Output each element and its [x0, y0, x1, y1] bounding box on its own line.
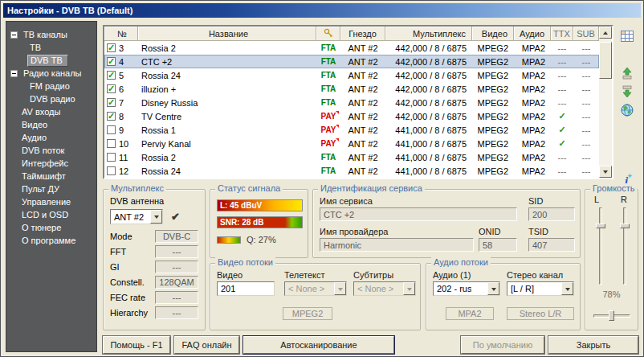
col-header-access[interactable]: [316, 27, 340, 41]
volume-right-slider[interactable]: [623, 207, 626, 285]
sidebar-item[interactable]: Интерфейс: [6, 157, 96, 170]
sidebar-item[interactable]: DVB поток: [6, 144, 96, 157]
balance-thumb[interactable]: [609, 310, 614, 321]
col-header-mux[interactable]: Мультиплекс: [385, 27, 472, 41]
audio-pid-select[interactable]: 202 - rus: [433, 281, 500, 296]
move-channel-up-icon[interactable]: [618, 65, 636, 81]
tree-expander-icon[interactable]: [10, 31, 18, 39]
table-row[interactable]: 11Rossia 2FTAANT #2441,000 / 8 / 6875MPE…: [104, 150, 599, 164]
sidebar-item[interactable]: DVB радио: [6, 92, 96, 105]
col-header-audio[interactable]: Аудио: [514, 27, 551, 41]
channel-enabled-checkbox[interactable]: [107, 166, 116, 175]
titlebar: Настройки - DVB ТВ (Default): [3, 3, 641, 18]
audio-streams-group: Аудио потоки Аудио (1) Стерео канал 202 …: [426, 263, 581, 330]
audio-codec-cell: MPA2: [514, 55, 551, 68]
help-button[interactable]: Помощь - F1: [103, 336, 170, 354]
channel-table: № Название Гнездо Мультиплекс Видео Ауди…: [103, 25, 613, 179]
subtitles-label: Субтитры: [353, 270, 393, 280]
channel-enabled-checkbox[interactable]: [107, 98, 116, 107]
teletext-select[interactable]: < None >: [284, 281, 347, 296]
table-row[interactable]: 12Rossia 24FTAANT #2441,000 / 8 / 6875MP…: [104, 164, 599, 178]
col-header-ttx[interactable]: TTX: [551, 27, 573, 41]
dropdown-arrow-icon[interactable]: [150, 210, 162, 224]
mux-param-value: DVB-C: [155, 230, 198, 243]
table-scrollbar[interactable]: [599, 27, 612, 178]
channel-enabled-checkbox[interactable]: [107, 57, 116, 66]
video-codec-cell: MPEG2: [472, 137, 514, 150]
row-num-cell: 4: [104, 55, 138, 68]
dropdown-arrow-icon[interactable]: [561, 282, 573, 295]
stereo-mode-select[interactable]: [L / R]: [507, 281, 574, 296]
channel-enabled-checkbox[interactable]: [107, 112, 116, 121]
faq-online-button[interactable]: FAQ онлайн: [174, 336, 239, 354]
channel-enabled-checkbox[interactable]: [107, 43, 116, 52]
row-num-cell: 10: [104, 137, 138, 150]
channel-enabled-checkbox[interactable]: [107, 139, 116, 148]
sidebar-item-label: LCD и OSD: [19, 209, 73, 221]
move-channel-down-icon[interactable]: [618, 84, 636, 100]
table-row[interactable]: 5Rossia 24FTAANT #2442,000 / 8 / 6875MPE…: [104, 68, 599, 82]
col-header-sub[interactable]: SUB: [573, 27, 599, 41]
volume-right-thumb[interactable]: [620, 224, 630, 228]
sidebar-item[interactable]: Управление: [6, 195, 96, 208]
sidebar-item-label: DVB радио: [27, 93, 80, 105]
antenna-select[interactable]: ANT #2: [110, 209, 163, 224]
mux-param-label: GI: [110, 262, 120, 272]
subtitles-select[interactable]: < None >: [353, 281, 416, 296]
col-header-video[interactable]: Видео: [472, 27, 514, 41]
autoscan-button[interactable]: Автосканирование: [243, 336, 394, 354]
web-icon[interactable]: [618, 102, 636, 118]
sidebar-item[interactable]: DVB ТВ: [6, 54, 96, 67]
sidebar-item[interactable]: О программе: [6, 234, 96, 247]
table-row[interactable]: 10Perviy KanalPAYANT #2441,000 / 8 / 687…: [104, 137, 599, 150]
mux-param-value: ---: [155, 261, 198, 273]
table-row[interactable]: 4CTC +2FTAANT #2442,000 / 8 / 6875MPEG2M…: [104, 55, 599, 68]
col-header-num[interactable]: №: [104, 27, 138, 41]
scroll-down-button[interactable]: [599, 166, 612, 178]
channel-enabled-checkbox[interactable]: [107, 153, 116, 162]
sidebar-item[interactable]: LCD и OSD: [6, 208, 96, 221]
channel-enabled-checkbox[interactable]: [107, 84, 116, 93]
sidebar-item[interactable]: ТВ каналы: [6, 28, 96, 41]
table-row[interactable]: 3Rossia 2FTAANT #2442,000 / 8 / 6875MPEG…: [104, 41, 599, 55]
scroll-up-button[interactable]: [599, 27, 612, 39]
mux-param-row: FEC rate---: [110, 289, 198, 305]
sidebar-item[interactable]: О тюнере: [6, 221, 96, 234]
dropdown-arrow-icon[interactable]: [487, 282, 499, 295]
table-row[interactable]: 8TV CentrePAYANT #2442,000 / 8 / 6875MPE…: [104, 109, 599, 123]
tsid-field: 407: [528, 238, 575, 252]
video-pid-input[interactable]: 201: [217, 281, 275, 296]
table-row[interactable]: 7Disney RussiaFTAANT #2442,000 / 8 / 687…: [104, 96, 599, 109]
table-row[interactable]: 9Rossia 1PAYANT #2441,000 / 8 / 6875MPEG…: [104, 123, 599, 137]
sidebar-item[interactable]: Видео: [6, 118, 96, 131]
volume-left-slider[interactable]: [599, 207, 602, 285]
channel-name: Perviy Kanal: [138, 137, 316, 150]
sidebar-item[interactable]: Таймшифт: [6, 170, 96, 183]
sidebar-item[interactable]: FM радио: [6, 80, 96, 92]
channel-enabled-checkbox[interactable]: [107, 71, 116, 80]
apply-antenna-icon[interactable]: [171, 211, 180, 223]
channel-number: 12: [119, 166, 128, 176]
sidebar-item[interactable]: ТВ: [6, 41, 96, 54]
close-button[interactable]: Закрыть: [548, 336, 638, 354]
col-header-name[interactable]: Название: [138, 27, 316, 41]
row-num-cell: 7: [104, 96, 138, 109]
channel-grid-icon[interactable]: [618, 28, 636, 44]
sidebar-item[interactable]: Радио каналы: [6, 67, 96, 80]
channel-number: 9: [119, 125, 124, 135]
mux-param-value: ---: [155, 245, 198, 258]
col-header-socket[interactable]: Гнездо: [340, 27, 385, 41]
provider-label: Имя провайдера: [320, 227, 388, 236]
sidebar-item[interactable]: AV входы: [6, 105, 96, 118]
table-row[interactable]: 6illuzion +FTAANT #2442,000 / 8 / 6875MP…: [104, 82, 599, 96]
volume-left-thumb[interactable]: [596, 224, 605, 228]
group-title: Аудио потоки: [431, 257, 491, 268]
channel-enabled-checkbox[interactable]: [107, 125, 116, 134]
sidebar-item-label: DVB поток: [19, 145, 69, 157]
tree-expander-icon[interactable]: [10, 70, 18, 77]
sidebar-item[interactable]: Пульт ДУ: [6, 183, 96, 195]
mux-param-row: ModeDVB-C: [110, 228, 198, 244]
sidebar: ТВ каналыТВDVB ТВРадио каналыFM радиоDVB…: [6, 21, 97, 352]
sidebar-item[interactable]: Аудио: [6, 131, 96, 144]
scroll-thumb[interactable]: [599, 42, 612, 79]
